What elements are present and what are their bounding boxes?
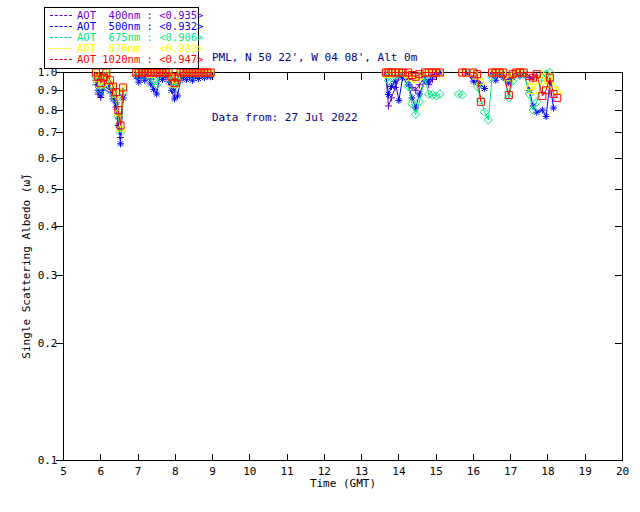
header-location: PML, N 50 22', W 04 08', Alt 0m — [212, 48, 417, 68]
legend: AOT 400nm : <0.935> AOT 500nm : <0.932> … — [44, 7, 199, 69]
y-tick-label: 0.4 — [38, 220, 58, 233]
legend-dash-icon — [50, 37, 72, 38]
y-tick-label: 0.2 — [38, 337, 58, 350]
y-axis-label: Single Scattering Albedo (ω̃) — [20, 173, 33, 358]
x-tick-label: 13 — [355, 465, 368, 478]
x-tick-label: 9 — [209, 465, 216, 478]
y-tick-label: 0.5 — [38, 183, 58, 196]
x-tick-label: 12 — [318, 465, 331, 478]
legend-item-1020nm: AOT 1020nm : <0.947> — [50, 54, 196, 65]
x-tick-label: 10 — [243, 465, 256, 478]
x-tick-label: 6 — [97, 465, 104, 478]
x-tick-label: 19 — [579, 465, 592, 478]
x-tick-label: 5 — [60, 465, 67, 478]
legend-dash-icon — [50, 26, 72, 27]
legend-dash-icon — [50, 48, 72, 49]
x-tick-label: 18 — [541, 465, 554, 478]
plot-header: PML, N 50 22', W 04 08', Alt 0m Data fro… — [212, 8, 417, 168]
legend-dash-icon — [50, 59, 72, 60]
y-tick-label: 0.6 — [38, 152, 58, 165]
y-tick-label: 0.7 — [38, 126, 58, 139]
x-tick-label: 16 — [467, 465, 480, 478]
y-tick-label: 0.9 — [38, 84, 58, 97]
x-axis-label: Time (GMT) — [310, 477, 376, 490]
y-tick-label: 0.3 — [38, 269, 58, 282]
header-date: Data from: 27 Jul 2022 — [212, 108, 417, 128]
x-tick-label: 14 — [392, 465, 406, 478]
x-tick-label: 8 — [172, 465, 179, 478]
x-tick-label: 7 — [135, 465, 142, 478]
x-tick-label: 17 — [504, 465, 517, 478]
ssa-plot-page: AOT 400nm : <0.935> AOT 500nm : <0.932> … — [0, 0, 640, 512]
y-tick-label: 0.8 — [38, 104, 58, 117]
legend-label-1020nm: AOT 1020nm : <0.947> — [77, 54, 203, 65]
x-tick-label: 15 — [430, 465, 443, 478]
y-tick-label: 0.1 — [38, 454, 58, 467]
x-tick-label: 11 — [280, 465, 293, 478]
x-tick-label: 20 — [616, 465, 629, 478]
legend-dash-icon — [50, 15, 72, 16]
